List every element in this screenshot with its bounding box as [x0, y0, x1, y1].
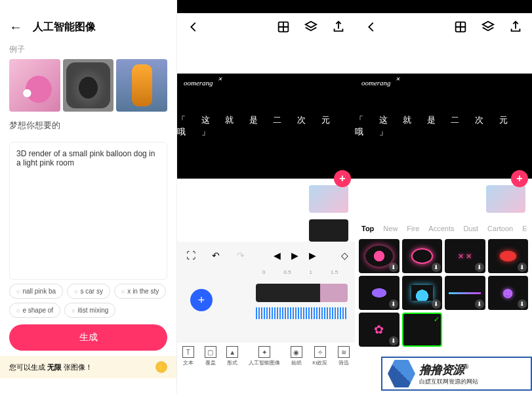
effect-item-selected[interactable]: ✓ [402, 313, 443, 347]
watermark-logo-icon [388, 360, 415, 387]
video-caption: 「 这 就 是 二 次 元 哦 」 [177, 114, 355, 138]
grid-icon[interactable] [453, 20, 468, 34]
footer-text: 您可以生成 [9, 363, 47, 371]
effect-tab[interactable]: Accents [428, 225, 454, 232]
effect-item[interactable]: ⬇ [488, 239, 529, 273]
download-icon: ⬇ [475, 263, 484, 272]
download-icon: ⬇ [389, 336, 398, 345]
example-thumbnails [0, 59, 176, 112]
video-preview[interactable]: oomerang 「 这 就 是 二 次 元 哦 」 + [355, 74, 532, 179]
prev-icon[interactable]: ◀ [274, 250, 281, 261]
share-icon[interactable] [331, 20, 346, 34]
suggestion-chip[interactable]: e shape of [9, 303, 60, 318]
example-thumb[interactable] [9, 59, 60, 112]
effect-item[interactable]: ⬇ [359, 313, 399, 347]
download-icon: ⬇ [432, 263, 441, 272]
download-icon: ⬇ [475, 299, 484, 309]
status-bar [177, 0, 355, 13]
boomerang-overlay[interactable]: oomerang [361, 79, 391, 87]
clip-row [177, 179, 355, 219]
prompt-label: 梦想你想要的 [0, 117, 176, 135]
suggestion-chip[interactable]: itist mixing [64, 303, 115, 318]
lightning-icon[interactable]: ⚡ [155, 361, 167, 373]
status-bar [355, 0, 532, 13]
suggestion-chip[interactable]: x in the sty [114, 284, 166, 299]
effect-item[interactable]: ⬇ [359, 276, 399, 310]
tool-overlay[interactable]: ▢覆盖 [205, 346, 216, 366]
watermark: 撸撸资源® 白嫖互联网资源的网站 [381, 357, 532, 391]
effect-item[interactable]: ⬇ [445, 239, 485, 273]
fullscreen-icon[interactable]: ⛶ [184, 248, 198, 263]
tool-shape[interactable]: ▲形式 [226, 346, 238, 366]
footer-text: 张图像！ [62, 363, 92, 371]
timeline-add-button[interactable]: + [190, 289, 213, 311]
share-icon[interactable] [508, 20, 523, 34]
time-ticks: 00.511.5 [184, 269, 348, 275]
effects-grid: ⬇ ⬇ ⬇ ⬇ ⬇ ⬇ ⬇ ⬇ ⬇ ✓ [355, 236, 532, 349]
examples-label: 例子 [0, 41, 176, 59]
back-arrow-icon[interactable]: ← [9, 20, 22, 35]
video-caption: 「 这 就 是 二 次 元 哦 」 [355, 114, 532, 138]
playback-controls: ⛶ ↶ ↷ ◀ ▶ ▶ ◇ [177, 242, 355, 269]
grid-icon[interactable] [276, 20, 291, 34]
suggestion-chips-row: nall pink ba s car sy x in the sty e sha… [0, 284, 176, 318]
watermark-title: 撸撸资源® [419, 362, 478, 378]
download-icon: ⬇ [432, 299, 441, 309]
download-icon: ⬇ [389, 263, 398, 272]
effect-tab[interactable]: New [383, 225, 398, 232]
effect-item[interactable]: ⬇ [359, 239, 399, 273]
tool-ai-image[interactable]: ✦人工智能图像 [249, 346, 280, 366]
effect-tab[interactable]: Dust [463, 225, 478, 232]
tool-text[interactable]: T文本 [182, 346, 194, 366]
effect-item[interactable]: ⬇ [445, 276, 485, 310]
effect-item[interactable]: ⬇ [402, 239, 443, 273]
example-thumb[interactable] [63, 59, 114, 112]
clip-thumb[interactable] [309, 185, 348, 213]
tool-sticker[interactable]: ◉贴纸 [291, 346, 302, 366]
effect-tabs: Top New Fire Accents Dust Cartoon E [355, 219, 532, 236]
checkmark-icon: ✓ [434, 315, 440, 324]
suggestion-chip[interactable]: s car sy [67, 284, 110, 299]
download-icon: ⬇ [518, 263, 527, 272]
video-preview[interactable]: oomerang 「 这 就 是 二 次 元 哦 」 + [177, 74, 355, 179]
bottom-toolbar: T文本 ▢覆盖 ▲形式 ✦人工智能图像 ◉贴纸 ✧Ki效应 ≋筛选 [177, 341, 355, 369]
status-bar [0, 0, 176, 13]
effect-tab[interactable]: Fire [407, 225, 419, 232]
prompt-input[interactable]: 3D render of a small pink balloon dog in… [9, 142, 167, 280]
play-icon[interactable]: ▶ [291, 250, 298, 261]
timeline-track[interactable] [256, 284, 348, 302]
watermark-subtitle: 白嫖互联网资源的网站 [419, 378, 478, 386]
download-icon: ⬇ [389, 299, 398, 309]
back-arrow-icon[interactable] [364, 20, 379, 34]
footer-strong: 无限 [47, 363, 62, 371]
add-button[interactable]: + [334, 170, 351, 187]
tool-filter[interactable]: ≋筛选 [338, 346, 350, 366]
effect-item[interactable]: ⬇ [402, 276, 443, 310]
suggestion-chip[interactable]: nall pink ba [9, 284, 63, 299]
undo-icon[interactable]: ↶ [209, 248, 223, 263]
layers-icon[interactable] [304, 20, 318, 34]
effect-tab[interactable]: E [522, 225, 527, 232]
download-icon: ⬇ [518, 299, 527, 309]
diamond-icon[interactable]: ◇ [341, 250, 348, 261]
back-arrow-icon[interactable] [186, 20, 201, 34]
effect-item[interactable]: ⬇ [488, 276, 529, 310]
add-button[interactable]: + [511, 170, 528, 187]
tool-ki-effect[interactable]: ✧Ki效应 [312, 346, 327, 366]
clip-row [355, 179, 532, 219]
boomerang-overlay[interactable]: oomerang [184, 79, 213, 87]
footer-note: 您可以生成 无限 张图像！ ⚡ [0, 356, 176, 378]
generate-button[interactable]: 生成 [9, 324, 167, 351]
example-thumb[interactable] [116, 59, 167, 112]
clip-thumb-dark[interactable] [309, 219, 348, 242]
page-title: 人工智能图像 [33, 20, 96, 34]
effect-tab[interactable]: Cartoon [487, 225, 513, 232]
clip-thumb[interactable] [486, 185, 525, 213]
redo-icon: ↷ [234, 248, 248, 263]
next-icon[interactable]: ▶ [309, 250, 316, 261]
audio-waveform[interactable] [256, 307, 348, 319]
timeline[interactable]: 00.511.5 + [177, 269, 355, 341]
layers-icon[interactable] [481, 20, 495, 34]
effect-tab[interactable]: Top [361, 225, 374, 232]
